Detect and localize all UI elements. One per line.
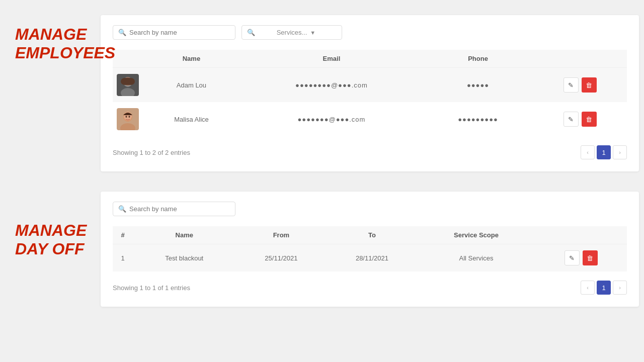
dayoff-search-icon: 🔍 — [118, 205, 126, 213]
employee-phone: ●●●●● — [423, 68, 533, 103]
employee-actions: ✎ 🗑 — [533, 68, 627, 103]
employees-card: 🔍 🔍 Services... ▼ Name Email Phone — [101, 15, 639, 171]
employee-actions: ✎ 🗑 — [533, 102, 627, 136]
dayoff-next-page-button[interactable]: › — [613, 281, 627, 295]
delete-button[interactable]: 🗑 — [582, 77, 597, 93]
edit-button[interactable]: ✎ — [564, 112, 579, 127]
dayoff-search-input[interactable] — [129, 205, 230, 213]
manage-dayoff-title: Manage Day Off — [15, 221, 87, 258]
col-service-scope: Service Scope — [418, 226, 535, 244]
dayoff-from: 25/11/2021 — [236, 244, 327, 272]
avatar-cell — [113, 102, 143, 136]
dayoff-table: # Name From To Service Scope 1 Test blac… — [113, 226, 627, 272]
svg-point-10 — [126, 116, 127, 118]
page-1-button[interactable]: 1 — [597, 145, 611, 159]
employees-search-input[interactable] — [129, 29, 230, 36]
employee-name: Adam Lou — [143, 68, 240, 103]
svg-rect-5 — [121, 78, 135, 85]
dayoff-number: 1 — [113, 244, 133, 272]
employee-email: ●●●●●●●@●●●.com — [240, 102, 423, 136]
services-dropdown[interactable]: 🔍 Services... ▼ — [242, 25, 342, 40]
employees-showing-text: Showing 1 to 2 of 2 entries — [113, 149, 190, 156]
dayoff-card: 🔍 # Name From To Service Scope 1 Test bl… — [101, 192, 639, 307]
dayoff-table-footer: Showing 1 to 1 of 1 entries ‹ 1 › — [113, 281, 627, 295]
col-dayoff-name: Name — [133, 226, 236, 244]
col-name: Name — [143, 50, 240, 68]
avatar-cell — [113, 68, 143, 103]
table-row: 1 Test blackout 25/11/2021 28/11/2021 Al… — [113, 244, 627, 272]
table-row: Malisa Alice ●●●●●●●@●●●.com ●●●●●●●●● ✎… — [113, 102, 627, 136]
dayoff-actions: ✎ 🗑 — [535, 244, 627, 272]
dayoff-showing-text: Showing 1 to 1 of 1 entries — [113, 284, 190, 292]
avatar — [117, 74, 139, 96]
employees-search-box[interactable]: 🔍 — [113, 25, 235, 40]
dayoff-name: Test blackout — [133, 244, 236, 272]
col-email: Email — [240, 50, 423, 68]
services-search-icon: 🔍 — [247, 29, 274, 36]
employee-email: ●●●●●●●●@●●●.com — [240, 68, 423, 103]
employees-table-footer: Showing 1 to 2 of 2 entries ‹ 1 › — [113, 145, 627, 159]
col-number: # — [113, 226, 133, 244]
dayoff-page-1-button[interactable]: 1 — [597, 281, 611, 295]
delete-button[interactable]: 🗑 — [582, 112, 597, 127]
col-avatar — [113, 50, 143, 68]
employees-table: Name Email Phone — [113, 50, 627, 136]
search-icon: 🔍 — [118, 29, 126, 36]
dayoff-pagination: ‹ 1 › — [581, 281, 627, 295]
dayoff-prev-page-button[interactable]: ‹ — [581, 281, 595, 295]
manage-employees-title: Manage Employees — [15, 25, 115, 62]
chevron-down-icon: ▼ — [310, 30, 337, 36]
col-actions — [533, 50, 627, 68]
next-page-button[interactable]: › — [613, 145, 627, 159]
prev-page-button[interactable]: ‹ — [581, 145, 595, 159]
col-from: From — [236, 226, 327, 244]
col-phone: Phone — [423, 50, 533, 68]
employee-phone: ●●●●●●●●● — [423, 102, 533, 136]
services-placeholder: Services... — [277, 29, 307, 36]
col-dayoff-actions — [535, 226, 627, 244]
delete-dayoff-button[interactable]: 🗑 — [583, 250, 598, 265]
svg-point-11 — [129, 116, 130, 118]
col-to: To — [327, 226, 418, 244]
table-row: Adam Lou ●●●●●●●●@●●●.com ●●●●● ✎ 🗑 — [113, 68, 627, 103]
edit-dayoff-button[interactable]: ✎ — [565, 250, 580, 265]
dayoff-search-box[interactable]: 🔍 — [113, 202, 235, 216]
dayoff-service-scope: All Services — [418, 244, 535, 272]
dayoff-to: 28/11/2021 — [327, 244, 418, 272]
employee-name: Malisa Alice — [143, 102, 240, 136]
employees-search-row: 🔍 🔍 Services... ▼ — [113, 25, 627, 40]
dayoff-search-row: 🔍 — [113, 202, 627, 216]
employees-pagination: ‹ 1 › — [581, 145, 627, 159]
avatar — [117, 108, 139, 130]
edit-button[interactable]: ✎ — [564, 77, 579, 93]
